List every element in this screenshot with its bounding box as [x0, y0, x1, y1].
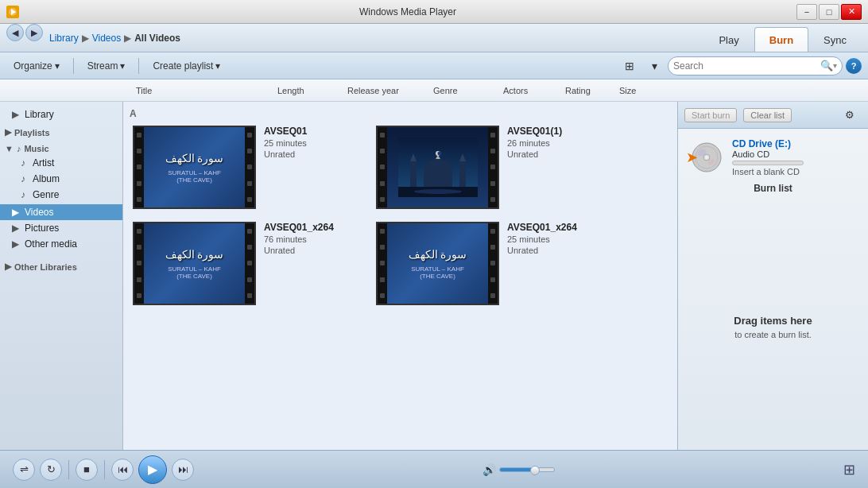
music-expand-icon: ▼ — [5, 144, 14, 153]
sidebar-music-header[interactable]: ▼ ♪ Music — [0, 141, 122, 155]
tab-sync[interactable]: Sync — [808, 27, 862, 52]
burn-options-button[interactable]: ⚙ — [838, 106, 862, 124]
mini-mode-button[interactable]: ⊞ — [843, 461, 855, 478]
col-length[interactable]: Length — [277, 86, 341, 95]
video-rating-4: Unrated — [507, 246, 606, 255]
view-switch-button[interactable]: ⊞ — [618, 56, 641, 76]
play-button[interactable]: ▶ — [138, 455, 167, 484]
video-thumb-4[interactable]: سورة الكهف SURATUL – KAHF(THE CAVE) — [376, 222, 499, 305]
svg-point-18 — [705, 156, 708, 159]
sidebar-item-library[interactable]: ▶ Library — [0, 107, 122, 122]
burn-panel: Start burn Clear list ⚙ — [677, 102, 868, 450]
video-item-avseq01[interactable]: سورة الكهف SURATUL – KAHF(THE CAVE) AVSE… — [133, 126, 363, 209]
prev-icon: ⏮ — [118, 463, 128, 475]
stream-button[interactable]: Stream ▾ — [80, 57, 133, 75]
stream-dropdown-icon[interactable]: ▾ — [120, 60, 125, 72]
prev-button[interactable]: ⏮ — [111, 459, 134, 481]
thumb-arabic-1: سورة الكهف — [165, 151, 224, 167]
video-item-avseq01-x264-1[interactable]: سورة الكهف SURATUL – KAHF(THE CAVE) AVSE… — [133, 222, 363, 305]
stop-button[interactable]: ■ — [76, 459, 98, 481]
video-thumb-3[interactable]: سورة الكهف SURATUL – KAHF(THE CAVE) — [133, 222, 256, 305]
next-button[interactable]: ⏭ — [172, 459, 194, 481]
breadcrumb-library[interactable]: Library — [49, 33, 79, 44]
video-thumb-2[interactable] — [376, 126, 499, 209]
film-strip-left-3 — [134, 223, 144, 304]
sidebar-item-artist[interactable]: ♪ Artist — [0, 155, 122, 171]
volume-slider[interactable] — [499, 467, 555, 472]
sidebar-item-album[interactable]: ♪ Album — [0, 171, 122, 187]
col-size[interactable]: Size — [619, 86, 659, 95]
sidebar-item-videos[interactable]: ▶ Videos — [0, 204, 122, 220]
sep1 — [73, 58, 74, 74]
other-libraries-icon: ▶ — [5, 261, 11, 272]
video-title-3: AVSEQ01_x264 — [264, 222, 363, 233]
thumb-arabic-4: سورة الكهف — [409, 247, 467, 263]
video-grid: سورة الكهف SURATUL – KAHF(THE CAVE) AVSE… — [130, 122, 671, 308]
svg-rect-7 — [459, 161, 466, 187]
col-genre[interactable]: Genre — [433, 86, 497, 95]
minimize-button[interactable]: − — [796, 4, 817, 20]
sidebar-genre-label: Genre — [33, 189, 59, 200]
organize-button[interactable]: Organize ▾ — [6, 57, 67, 75]
sidebar: ▶ Library ▶ Playlists ▼ ♪ Music ♪ Artist… — [0, 102, 123, 450]
create-playlist-button[interactable]: Create playlist ▾ — [145, 57, 227, 75]
col-rating[interactable]: Rating — [565, 86, 613, 95]
organize-dropdown-icon[interactable]: ▾ — [55, 60, 60, 72]
back-button[interactable]: ◀ — [6, 24, 24, 41]
clear-list-button[interactable]: Clear list — [743, 108, 792, 122]
playlists-label: Playlists — [14, 128, 50, 137]
sidebar-item-other-media[interactable]: ▶ Other media — [0, 236, 122, 252]
sidebar-other-media-label: Other media — [25, 238, 77, 250]
maximize-button[interactable]: □ — [819, 4, 839, 20]
forward-button[interactable]: ▶ — [25, 24, 43, 41]
col-actors[interactable]: Actors — [503, 86, 559, 95]
cd-drive-label[interactable]: CD Drive (E:) — [732, 138, 858, 149]
thumb-sub-4: SURATUL – KAHF(THE CAVE) — [411, 265, 464, 280]
sidebar-item-genre[interactable]: ♪ Genre — [0, 187, 122, 203]
cd-info: CD Drive (E:) Audio CD Insert a blank CD — [732, 138, 858, 176]
col-title[interactable]: Title — [136, 86, 271, 95]
cd-icon-wrap: ➤ — [688, 138, 726, 176]
video-info-1: AVSEQ01 25 minutes Unrated — [264, 126, 363, 159]
sidebar-videos-label: Videos — [25, 207, 53, 218]
player-controls: ⇌ ↻ ■ ⏮ ▶ ⏭ — [13, 455, 194, 484]
album-icon: ♪ — [17, 173, 29, 184]
video-thumb-1[interactable]: سورة الكهف SURATUL – KAHF(THE CAVE) — [133, 126, 256, 209]
cd-drive-row: ➤ CD Drive (E:) Audio CD Insert a blank … — [688, 138, 858, 176]
burn-drop-area[interactable]: Drag items here to create a burn list. — [678, 203, 868, 450]
thumb-content-1: سورة الكهف SURATUL – KAHF(THE CAVE) — [144, 127, 245, 207]
view-switch-dropdown[interactable]: ▾ — [645, 56, 665, 76]
start-burn-button[interactable]: Start burn — [684, 108, 737, 122]
breadcrumb-videos[interactable]: Videos — [92, 33, 121, 44]
library-icon: ▶ — [10, 109, 21, 120]
breadcrumb-current: All Videos — [134, 33, 180, 44]
next-icon: ⏭ — [178, 463, 188, 475]
video-item-avseq01-1[interactable]: AVSEQ01(1) 26 minutes Unrated — [376, 126, 606, 209]
help-button[interactable]: ? — [846, 58, 862, 74]
col-release-year[interactable]: Release year — [347, 86, 427, 95]
svg-point-14 — [414, 189, 462, 194]
search-icon[interactable]: 🔍 — [820, 60, 833, 72]
search-dropdown-icon[interactable]: ▾ — [833, 61, 837, 70]
shuffle-button[interactable]: ⇌ — [13, 459, 35, 481]
repeat-button[interactable]: ↻ — [40, 459, 62, 481]
player-bar: ⇌ ↻ ■ ⏮ ▶ ⏭ 🔊 ⊞ — [0, 450, 868, 488]
tab-burn[interactable]: Burn — [754, 27, 808, 52]
sidebar-item-pictures[interactable]: ▶ Pictures — [0, 220, 122, 236]
tab-play[interactable]: Play — [703, 27, 754, 52]
video-rating-1: Unrated — [264, 149, 363, 159]
burn-panel-content: ➤ CD Drive (E:) Audio CD Insert a blank … — [678, 129, 868, 203]
cd-arrow-icon: ➤ — [686, 149, 698, 166]
svg-rect-4 — [424, 171, 452, 187]
thumb-sub-3: SURATUL – KAHF(THE CAVE) — [168, 265, 221, 280]
video-title-1: AVSEQ01 — [264, 126, 363, 137]
close-button[interactable]: ✕ — [841, 4, 862, 20]
thumb-arabic-3: سورة الكهف — [165, 247, 224, 263]
create-playlist-dropdown-icon[interactable]: ▾ — [215, 60, 220, 72]
search-input[interactable] — [673, 60, 820, 72]
burn-drop-title: Drag items here — [734, 315, 812, 327]
sidebar-playlists-header[interactable]: ▶ Playlists — [0, 124, 122, 139]
volume-icon[interactable]: 🔊 — [482, 463, 496, 476]
video-item-avseq01-x264-2[interactable]: سورة الكهف SURATUL – KAHF(THE CAVE) AVSE… — [376, 222, 606, 305]
sidebar-other-libraries-header[interactable]: ▶ Other Libraries — [0, 258, 122, 273]
